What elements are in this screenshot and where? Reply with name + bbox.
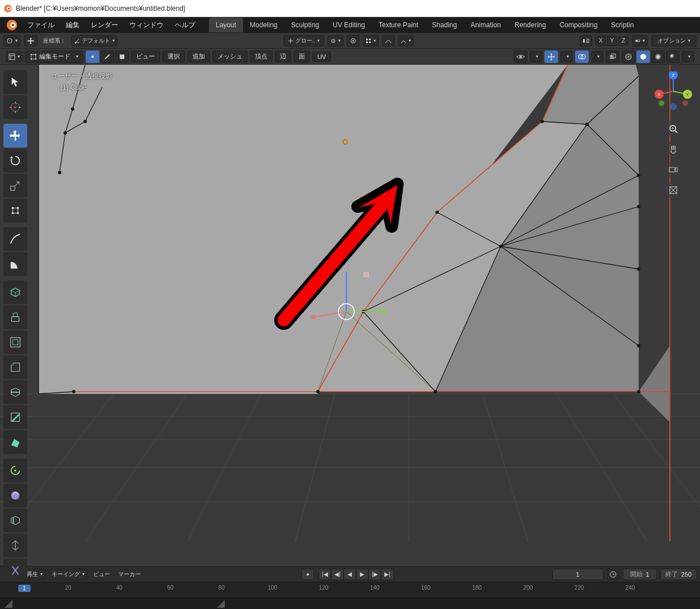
tab-sculpting[interactable]: Sculpting [284, 18, 326, 32]
tool-smooth[interactable] [3, 484, 27, 507]
start-frame-field[interactable]: 開始1 [623, 569, 657, 580]
tab-layout[interactable]: Layout [209, 18, 243, 32]
tool-knife[interactable] [3, 405, 27, 429]
viewport-menu-edge[interactable]: 辺 [275, 51, 291, 62]
xray-toggle-button[interactable] [606, 51, 619, 63]
pan-gizmo[interactable] [665, 141, 682, 158]
viewport-menu-add[interactable]: 追加 [187, 51, 210, 62]
current-frame-field[interactable]: 1 [552, 569, 603, 580]
tool-cursor[interactable] [3, 95, 27, 119]
mirror-x-button[interactable]: X [596, 36, 606, 46]
vertex-select-mode[interactable] [86, 51, 99, 63]
show-gizmo-button[interactable] [544, 51, 558, 63]
timeline-ruler[interactable]: 1 20 40 60 80 100 120 140 160 180 200 22… [0, 582, 700, 598]
viewport-3d[interactable]: ユーザー・透視投影 (1) Cube [0, 65, 700, 566]
snap-element-dropdown[interactable] [328, 35, 343, 47]
tab-shading[interactable]: Shading [425, 18, 464, 32]
viewport-menu-uv[interactable]: UV [312, 52, 331, 62]
corner-drag-icon[interactable] [5, 600, 12, 608]
mirror-toggle-button[interactable] [580, 35, 592, 47]
tool-loop-cut[interactable] [3, 380, 27, 404]
mirror-y-button[interactable]: Y [607, 36, 617, 46]
shading-solid[interactable] [636, 51, 650, 63]
shading-rendered[interactable] [666, 51, 680, 63]
tool-shrink-fatten[interactable] [3, 534, 27, 557]
show-overlays-button[interactable] [575, 51, 589, 63]
tool-rip-region[interactable] [3, 558, 27, 582]
shading-material[interactable] [651, 51, 665, 63]
tool-add-cube[interactable] [3, 280, 27, 304]
tool-select-box[interactable] [3, 70, 27, 94]
menu-help[interactable]: ヘルプ [169, 18, 201, 32]
tool-edge-slide[interactable] [3, 509, 27, 532]
shading-dropdown[interactable] [682, 51, 694, 62]
camera-view-gizmo[interactable] [665, 161, 682, 178]
mode-dropdown[interactable]: 編集モード [25, 51, 83, 63]
tool-bevel[interactable] [3, 355, 27, 379]
timeline-marker-menu[interactable]: マーカー [116, 569, 143, 580]
menu-file[interactable]: ファイル [22, 18, 60, 32]
viewport-menu-view[interactable]: ビュー [131, 51, 160, 62]
tool-inset-faces[interactable] [3, 330, 27, 354]
viewport-menu-mesh[interactable]: メッシュ [212, 51, 248, 62]
proportional-edit-button[interactable] [347, 35, 359, 47]
tool-rotate[interactable] [3, 149, 27, 173]
falloff-type-dropdown[interactable] [398, 35, 414, 47]
viewport-menu-select[interactable]: 選択 [162, 51, 185, 62]
end-frame-field[interactable]: 終了250 [660, 569, 697, 580]
tool-extrude-region[interactable] [3, 305, 27, 329]
tool-measure[interactable] [3, 252, 27, 276]
tab-modeling[interactable]: Modeling [243, 18, 284, 32]
tool-scale[interactable] [3, 174, 27, 198]
options-dropdown[interactable]: オプション [651, 35, 697, 47]
corner-drag-icon[interactable] [217, 600, 225, 608]
tab-rendering[interactable]: Rendering [508, 18, 552, 32]
tool-move[interactable] [3, 124, 27, 148]
timeline-keying-menu[interactable]: キーイング [49, 569, 87, 580]
tab-animation[interactable]: Animation [464, 18, 508, 32]
tab-compositing[interactable]: Compositing [553, 18, 605, 32]
drag-action-button[interactable] [24, 35, 37, 47]
tool-poly-build[interactable] [3, 430, 27, 454]
shading-wireframe[interactable] [622, 51, 635, 63]
viewport-menu-vertex[interactable]: 頂点 [250, 51, 273, 62]
menu-edit[interactable]: 編集 [60, 18, 85, 32]
play-button[interactable]: ▶ [356, 569, 368, 580]
perspective-toggle-gizmo[interactable] [665, 182, 682, 199]
mirror-z-button[interactable]: Z [618, 36, 628, 46]
jump-end-button[interactable]: ▶| [381, 569, 393, 580]
transform-header: 座標系： デフォルト グロー.. X Y Z オプション [0, 33, 700, 49]
face-select-mode[interactable] [115, 51, 129, 63]
overlays-dropdown[interactable] [591, 51, 603, 62]
snap-target-dropdown[interactable]: グロー.. [283, 35, 324, 47]
zoom-gizmo[interactable] [665, 120, 682, 137]
jump-next-keyframe-button[interactable]: |▶ [368, 569, 381, 580]
tool-spin[interactable] [3, 459, 27, 482]
view-visibility-dropdown[interactable] [530, 51, 542, 62]
editor-type-dropdown[interactable] [6, 51, 23, 62]
gizmo-dropdown[interactable] [560, 51, 573, 62]
timeline-playhead[interactable]: 1 [18, 585, 31, 592]
auto-keying-button[interactable]: ● [301, 569, 314, 580]
automerge-button[interactable] [632, 35, 648, 47]
edge-select-mode[interactable] [100, 51, 114, 63]
cursor-tool-dropdown[interactable] [3, 35, 20, 47]
timeline-range-icon[interactable] [607, 569, 619, 580]
tool-transform[interactable] [3, 199, 27, 222]
tab-uv-editing[interactable]: UV Editing [326, 18, 372, 32]
play-reverse-button[interactable]: ◀ [343, 569, 356, 580]
jump-prev-keyframe-button[interactable]: ◀| [331, 569, 343, 580]
menu-window[interactable]: ウィンドウ [124, 18, 169, 32]
menu-render[interactable]: レンダー [85, 18, 124, 32]
jump-start-button[interactable]: |◀ [318, 569, 331, 580]
orientation-dropdown[interactable]: デフォルト [72, 35, 118, 47]
timeline-view-menu[interactable]: ビュー [91, 569, 112, 580]
view-visibility-button[interactable] [514, 51, 527, 63]
tool-annotate[interactable] [3, 227, 27, 251]
tab-texture-paint[interactable]: Texture Paint [372, 18, 425, 32]
viewport-menu-face[interactable]: 面 [294, 51, 310, 62]
tab-scripting[interactable]: Scriptin [604, 18, 640, 32]
orientation-gizmo[interactable]: Z Y X [653, 72, 693, 111]
proportional-falloff-dropdown[interactable] [363, 35, 379, 47]
falloff-smooth-button[interactable] [382, 35, 395, 47]
